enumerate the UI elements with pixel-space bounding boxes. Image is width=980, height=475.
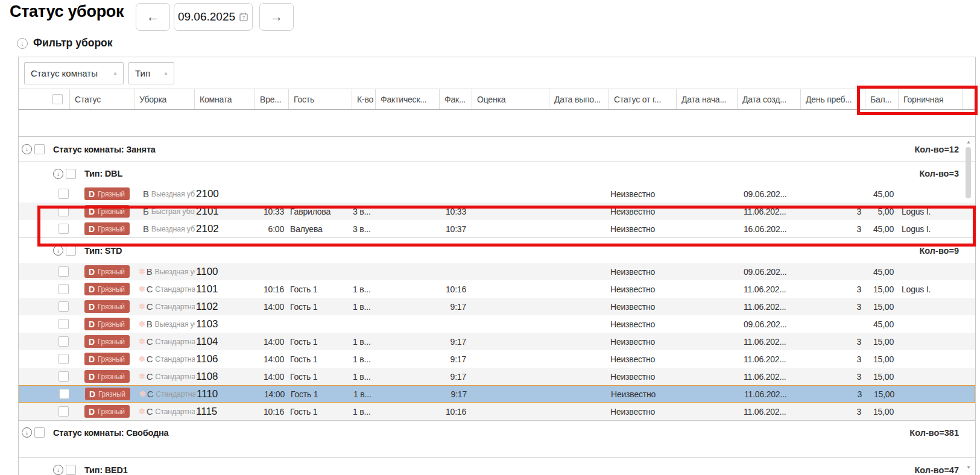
group-row[interactable]: ↓Статус комнаты: ЗанятаКол-во=12 [19,136,975,162]
column-header-days[interactable]: День преб... [801,89,865,109]
column-header-date_done[interactable]: Дата выпо... [549,89,609,109]
scrollbar-thumb[interactable] [966,147,971,198]
row-checkbox[interactable] [58,319,69,329]
cell-room: 1110 [195,386,256,402]
collapse-group-icon[interactable]: ↓ [53,169,63,179]
row-checkbox[interactable] [66,169,76,179]
cell-fact2: 10:37 [440,220,472,238]
scrollbar-track[interactable] [964,146,973,463]
cell-time: 14:00 [255,298,289,315]
table-row[interactable]: DГрязный✽ССтандартная уборка111510:16Гос… [19,403,975,420]
cell-time: 14:00 [255,333,289,350]
cell-room: 1101 [195,280,255,298]
column-header-date_created[interactable]: Дата созд... [738,89,801,109]
scroll-down-icon[interactable]: ▼ [966,463,971,471]
table-row[interactable]: DГрязный✽ССтандартная уборка110214:00Гос… [19,298,975,315]
column-header-sel[interactable] [19,89,70,109]
row-checkbox[interactable] [58,354,69,364]
collapse-group-icon[interactable]: ↓ [22,427,32,438]
column-header-score[interactable]: Оценка [472,89,549,109]
collapse-group-icon[interactable]: ↓ [53,245,63,256]
calendar-icon[interactable]: 7 [239,12,248,22]
cell-fact2: 10:33 [440,203,472,220]
sort-asc-icon: ▲ [163,71,168,76]
group-row[interactable]: ↓Тип: BED1Кол-во=47 [19,457,975,475]
group-row[interactable]: ↓Статус комнаты: СвободнаКол-во=381 [19,420,975,444]
collapse-filter-icon[interactable]: ↓ [17,38,28,49]
table-row[interactable]: DГрязный✽ССтандартная уборка110814:00Гос… [19,368,975,385]
cell-guest_status: Неизвестно [609,403,677,420]
row-checkbox[interactable] [58,371,69,382]
row-checkbox[interactable] [58,406,69,417]
cleaning-type-name: Выездная уборка [155,268,195,276]
table-row[interactable]: DГрязныйВВыездная уборка21026:00Валуева3… [19,220,975,238]
column-header-maid[interactable]: Горничная [899,89,963,109]
column-header-status[interactable]: Статус [70,89,134,109]
group-row[interactable]: ↓Тип: STDКол-во=9 [19,238,975,263]
status-badge: DГрязный [84,187,130,200]
column-header-date_start[interactable]: Дата нача... [677,89,738,109]
row-checkbox[interactable] [66,245,76,256]
date-field[interactable]: 09.06.2025 7 [174,3,253,31]
table-row[interactable]: DГрязный✽ССтандартная уборка110614:00Гос… [19,350,975,368]
group-row[interactable]: ↓Тип: DBLКол-во=3 [19,162,975,185]
table-row[interactable]: DГрязный✽ССтандартная уборка111014:00Гос… [19,385,975,403]
select-all-checkbox[interactable] [52,94,63,104]
row-checkbox[interactable] [59,389,69,399]
column-header-qty[interactable]: К-во [352,89,376,109]
row-checkbox[interactable] [34,427,45,438]
cell-fact [376,368,440,385]
row-checkbox[interactable] [58,336,69,347]
table-row[interactable]: DГрязный✽ССтандартная уборка110414:00Гос… [19,333,975,350]
column-header-room[interactable]: Комната [195,89,255,109]
grid-filter-row[interactable] [19,110,975,136]
cell-guest: Гость 1 [289,386,353,402]
column-header-time[interactable]: Вре... [255,89,289,109]
status-badge: DГрязный [85,388,130,400]
cell-points: 15,00 [865,280,899,298]
cleaning-type-letter: С [147,301,153,312]
table-row[interactable]: DГрязныйББыстрая уборка210110:33Гаврилов… [19,203,975,220]
column-header-clean[interactable]: Уборка [134,89,195,109]
column-header-points[interactable]: Бал... [865,89,899,109]
group-chip-Статус комнаты[interactable]: Статус комнаты▲ [24,62,124,84]
row-checkbox[interactable] [34,144,45,154]
row-checkbox[interactable] [58,206,69,216]
row-checkbox[interactable] [58,224,69,234]
cell-points: 5,00 [865,203,899,220]
cleaning-type-letter: С [147,406,153,417]
table-row[interactable]: DГрязный✽ВВыездная уборка1100Неизвестно0… [19,263,975,280]
column-header-guest[interactable]: Гость [289,89,352,109]
cell-qty: 1 в... [352,280,376,298]
cell-points: 15,00 [866,386,899,402]
cleaning-type-name: Стандартная уборка [155,373,195,381]
group-chip-Тип[interactable]: Тип▲ [128,62,174,84]
cell-clean: ✽ВВыездная уборка [134,315,195,333]
cell-sel [19,203,70,220]
cell-status: DГрязный [70,298,134,315]
vertical-scrollbar[interactable]: ▲ ▼ [964,137,973,471]
row-checkbox[interactable] [58,189,69,199]
column-header-guest_status[interactable]: Статус от г... [609,89,677,109]
collapse-group-icon[interactable]: ↓ [53,465,63,475]
collapse-group-icon[interactable]: ↓ [22,144,32,154]
scroll-up-icon[interactable]: ▲ [966,137,971,146]
row-checkbox[interactable] [58,301,69,312]
cleaning-type-letter: Б [143,206,149,216]
row-checkbox[interactable] [58,284,69,294]
cell-score [472,263,549,280]
table-row[interactable]: DГрязныйВВыездная уборка2100Неизвестно09… [19,185,975,203]
column-header-fact[interactable]: Фактическ... [376,89,440,109]
column-header-fact2[interactable]: Фак... [440,89,472,109]
cleaning-type-name: Стандартная уборка [155,355,195,363]
row-checkbox[interactable] [58,266,69,277]
flower-icon: ✽ [139,389,146,398]
cell-date_done [549,220,609,238]
table-row[interactable]: DГрязный✽ССтандартная уборка110110:16Гос… [19,280,975,298]
prev-day-button[interactable]: ← [136,3,170,31]
cell-score [472,185,549,203]
row-checkbox[interactable] [66,465,76,475]
table-row[interactable]: DГрязный✽ВВыездная уборка1103Неизвестно0… [19,315,975,333]
next-day-button[interactable]: → [259,3,294,31]
column-header-filler[interactable] [963,89,975,109]
